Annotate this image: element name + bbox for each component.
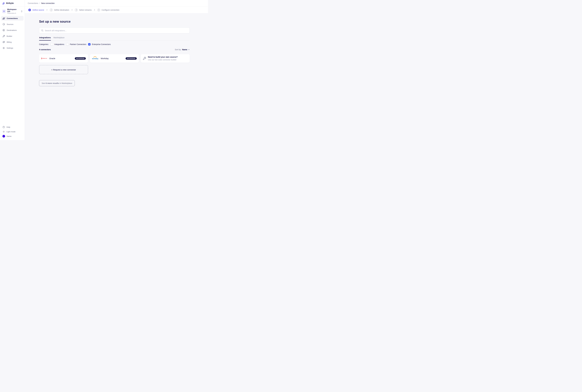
sidebar-item-sources[interactable]: Sources: [1, 22, 24, 26]
checkbox-unchecked[interactable]: [66, 43, 68, 46]
connector-card-workday[interactable]: workday. Workday ENTERPRISE: [90, 54, 139, 63]
sidebar-item-label: Builder: [6, 35, 12, 37]
theme-toggle[interactable]: Light mode: [2, 129, 23, 134]
user-name-label: Name: [6, 135, 12, 137]
sort-value: Name: [182, 48, 187, 51]
step-label: Define source: [32, 9, 44, 11]
categories-label: Categories:: [39, 43, 49, 46]
breadcrumb: Connections / New connection: [25, 0, 208, 6]
search-icon: [41, 29, 44, 32]
connector-name: Oracle: [49, 57, 55, 60]
filter-label: Enterprise Connectors: [92, 43, 110, 46]
oracle-logo: ORACLE: [41, 58, 47, 59]
user-menu[interactable]: Name: [2, 134, 23, 138]
chevron-right-icon: [71, 9, 73, 11]
step-define-destination[interactable]: 2 Define destination: [50, 8, 69, 11]
sidebar-item-label: Connections: [7, 18, 18, 20]
step-number: 1: [28, 8, 31, 11]
workspace-name: Workspace 123: [7, 8, 20, 12]
workspace-avatar: O: [2, 10, 6, 13]
filter-integrations[interactable]: Integrations: [51, 43, 64, 46]
user-avatar: [2, 135, 5, 138]
help-label: Help: [6, 126, 10, 128]
sidebar-item-label: Billing: [7, 41, 12, 43]
checkbox-checked[interactable]: [88, 43, 90, 46]
wrench-icon: [143, 57, 146, 60]
content: Set up a new source Integrations Marketp…: [25, 14, 208, 140]
destinations-icon: [2, 29, 5, 32]
sort-label: Sort by:: [175, 48, 181, 51]
breadcrumb-current: New connection: [41, 2, 55, 4]
tabs: Integrations Marketplace: [39, 36, 190, 40]
enterprise-badge: ENTERPRISE: [75, 57, 86, 60]
help-icon: [2, 126, 5, 128]
connections-icon: [2, 17, 5, 20]
sort-dropdown[interactable]: Sort by: Name: [175, 48, 190, 51]
request-connector-button[interactable]: + Request a new connector: [39, 65, 88, 74]
step-number: 3: [75, 8, 78, 11]
theme-label: Light mode: [6, 131, 16, 133]
sidebar-item-billing[interactable]: Billing: [1, 40, 24, 44]
sidebar-item-label: Sources: [7, 23, 14, 25]
sidebar-item-destinations[interactable]: Destinations: [1, 28, 24, 32]
settings-gear-icon: [2, 47, 5, 49]
search-bar: [39, 28, 190, 34]
stepper: 1 Define source 2 Define destination 3 S…: [25, 6, 208, 14]
see-more-prefix: See: [42, 82, 46, 84]
filter-label: Integrations: [54, 43, 64, 46]
oracle-logo-mark: [41, 58, 42, 59]
step-select-streams[interactable]: 3 Select streams: [75, 8, 92, 11]
results-header: 4 connectors Sort by: Name: [39, 48, 190, 51]
enterprise-badge: ENTERPRISE: [126, 57, 137, 60]
app-logo-text: Airbyte: [6, 2, 14, 4]
step-label: Define destination: [54, 9, 69, 11]
oracle-logo-text: ORACLE: [42, 58, 47, 59]
sidebar-item-settings[interactable]: Settings: [1, 46, 24, 50]
tab-integrations[interactable]: Integrations: [39, 36, 51, 40]
sidebar-item-label: Destinations: [7, 29, 17, 31]
search-input[interactable]: [45, 29, 188, 32]
connector-name: Workday: [101, 57, 108, 60]
see-more-count: 6 more results: [46, 82, 59, 84]
step-configure-connection[interactable]: 4 Configure connection: [98, 8, 119, 11]
help-button[interactable]: Help: [2, 125, 23, 129]
sources-icon: [2, 23, 5, 26]
sidebar: Airbyte O Workspace 123 Organization A C: [0, 0, 25, 140]
see-more-suffix: in Marketplace: [59, 82, 72, 84]
builder-card-title: Need to build your own source?: [148, 56, 178, 58]
page-title: Set up a new source: [39, 20, 190, 24]
main-area: Connections / New connection 1 Define so…: [25, 0, 208, 140]
chevron-right-icon: [46, 9, 48, 11]
workday-logo-arc: [93, 56, 97, 58]
step-define-source[interactable]: 1 Define source: [28, 8, 44, 11]
light-mode-sun-icon: [2, 130, 5, 133]
chevron-right-icon: [94, 9, 96, 11]
build-your-own-card[interactable]: Need to build your own source? Use our l…: [141, 54, 190, 63]
sidebar-item-builder[interactable]: Builder: [1, 34, 24, 38]
connector-count: 4 connectors: [39, 48, 51, 51]
builder-wrench-icon: [2, 35, 5, 38]
sidebar-item-connections[interactable]: Connections: [1, 16, 24, 20]
connector-card-oracle[interactable]: ORACLE Oracle ENTERPRISE: [39, 54, 88, 63]
filter-enterprise-connectors[interactable]: Enterprise Connectors: [88, 43, 110, 46]
workday-logo: workday.: [92, 57, 98, 60]
sidebar-item-label: Settings: [6, 47, 13, 49]
billing-icon: [2, 41, 5, 44]
checkbox-unchecked[interactable]: [51, 43, 53, 46]
filter-partner-connectors[interactable]: Partner Connectors: [66, 43, 86, 46]
workspace-caret-icon: [21, 10, 22, 12]
step-label: Select streams: [79, 9, 92, 11]
step-number: 2: [50, 8, 52, 11]
sidebar-footer: Help Light mode Name: [0, 125, 25, 140]
see-more-results-button[interactable]: See 6 more results in Marketplace: [39, 80, 75, 86]
filter-label: Partner Connectors: [70, 43, 86, 46]
chevron-down-icon: [188, 49, 190, 50]
builder-card-subtitle: Use our low-code connector builder: [148, 58, 178, 61]
breadcrumb-connections-link[interactable]: Connections: [28, 2, 38, 4]
step-label: Configure connection: [102, 9, 119, 11]
sidebar-nav: Connections Sources Destinations: [0, 16, 25, 52]
workspace-selector[interactable]: O Workspace 123 Organization A: [1, 8, 24, 15]
tab-marketplace[interactable]: Marketplace: [53, 36, 65, 40]
workspace-org: Organization A: [7, 12, 20, 14]
breadcrumb-separator: /: [40, 2, 40, 4]
